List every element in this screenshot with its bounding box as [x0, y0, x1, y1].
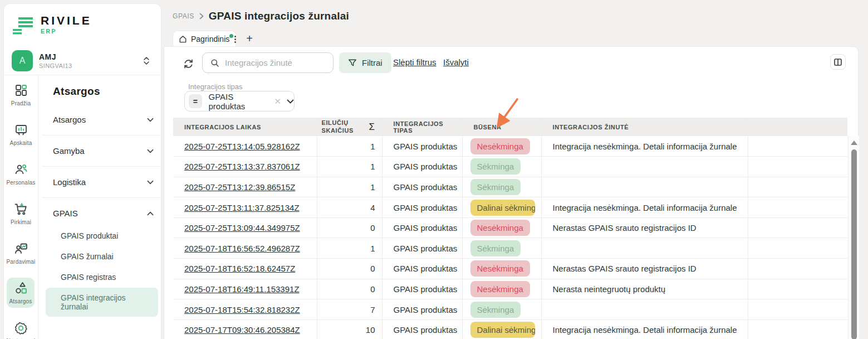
add-tab-button[interactable]: + [241, 31, 258, 47]
table-row: 2025-07-25T13:14:05.928162Z1GPAIS produk… [173, 136, 847, 157]
integration-time-link[interactable]: 2025-07-18T16:52:18.62457Z [184, 264, 295, 273]
brand-sub: ERP [41, 28, 92, 35]
integration-time-link[interactable]: 2025-07-25T13:12:39.86515Z [184, 182, 295, 192]
nav-rail: PradžiaApskaitaPersonalasPirkimaiPardavi… [4, 80, 38, 339]
menu-section-atsargos[interactable]: Atsargos [42, 108, 161, 132]
cart-icon [14, 202, 28, 216]
row-type-cell: GPAIS produktas [382, 217, 462, 238]
integration-time-link[interactable]: 2025-07-25T13:11:37.825134Z [184, 203, 300, 212]
row-extra-cell [748, 136, 847, 157]
chevron-updown-icon[interactable] [143, 56, 150, 66]
row-type-cell: GPAIS produktas [382, 279, 462, 299]
rail-item-atsargos[interactable]: Atsargos [7, 278, 35, 308]
row-extra-cell [748, 157, 847, 177]
menu-section-gpais[interactable]: GPAIS [42, 201, 161, 225]
breadcrumb: GPAIS GPAIS integracijos žurnalai [173, 10, 349, 22]
row-message-cell: Integracija nesėkminga. Detali informaci… [541, 197, 748, 218]
table-row: 2025-07-25T13:12:39.86515Z1GPAIS produkt… [173, 177, 847, 197]
scroll-up-arrow-icon[interactable] [851, 141, 857, 145]
row-message-cell: Nerasta neintegruotų produktų [541, 279, 748, 299]
table-scrollbar[interactable] [848, 136, 859, 339]
row-message-cell: Nerastas GPAIS srauto registracijos ID [541, 217, 748, 238]
rail-item-pirkimai[interactable]: Pirkimai [4, 198, 38, 229]
row-type-cell: GPAIS produktas [382, 299, 462, 320]
rivile-logo-icon [12, 15, 35, 35]
people-icon [14, 162, 28, 177]
integration-time-link[interactable]: 2025-07-25T13:14:05.928162Z [184, 142, 300, 151]
column-settings-button[interactable] [830, 54, 846, 70]
divider [42, 135, 161, 135]
clear-chip-icon[interactable]: ✕ [274, 96, 281, 106]
row-message-cell [541, 299, 748, 320]
row-extra-cell [748, 259, 847, 279]
clear-filters-link[interactable]: Išvalyti [443, 57, 469, 67]
col-header-type[interactable]: Integracijos tipas [382, 118, 462, 136]
row-type-cell: GPAIS produktas [382, 157, 462, 177]
refresh-icon[interactable] [181, 56, 195, 71]
user-switcher[interactable]: A AMJ SINGVAI13 [12, 49, 154, 73]
row-extra-cell [748, 319, 847, 339]
row-type-cell: GPAIS produktas [382, 197, 462, 218]
search-box [202, 52, 334, 73]
menu-item-gpais-produktai[interactable]: GPAIS produktai [46, 226, 158, 246]
tab-pagrindinis[interactable]: Pagrindinis [173, 31, 236, 47]
hide-filters-link[interactable]: Slėpti filtrus [393, 57, 437, 67]
row-count-cell: 1 [317, 157, 382, 177]
user-name: AMJ [39, 52, 143, 61]
col-header-message[interactable]: Integracijos žinutė [541, 118, 748, 136]
integration-type-select[interactable]: = GPAIS produktas ✕ [184, 91, 295, 112]
search-input[interactable] [225, 58, 325, 67]
page-title: GPAIS integracijos žurnalai [209, 10, 349, 22]
home-icon [179, 35, 187, 43]
col-header-status[interactable]: Būsena [462, 118, 541, 136]
integration-time-link[interactable]: 2025-07-18T16:49:11.153391Z [184, 284, 300, 294]
rail-item-label: Pirkimai [11, 219, 31, 225]
rail-item-pardavimai[interactable]: Pardavimai [4, 238, 38, 268]
col-header-time[interactable]: Integracijos laikas [173, 118, 317, 136]
rail-item-personalas[interactable]: Personalas [4, 159, 38, 189]
integration-time-link[interactable]: 2025-07-17T09:30:46.205384Z [184, 325, 300, 335]
filters-button[interactable]: Filtrai [339, 52, 391, 73]
integration-time-link[interactable]: 2025-07-25T13:13:37.837061Z [184, 162, 300, 171]
row-count-cell: 7 [317, 299, 382, 320]
status-badge: Dalinai sėkminga [470, 200, 535, 216]
divider [38, 75, 38, 339]
status-badge: Sėkminga [470, 240, 521, 256]
row-extra-cell [748, 177, 847, 197]
menu-item-gpais-integracijos-žurnalai[interactable]: GPAIS integracijos žurnalai [46, 288, 158, 317]
table-row: 2025-07-18T16:49:11.153391Z0GPAIS produk… [173, 279, 847, 299]
board-chart-icon [14, 123, 28, 137]
filters-button-label: Filtrai [362, 58, 382, 67]
chevron-down-icon [147, 118, 154, 122]
menu-section-label: Atsargos [53, 115, 86, 124]
status-badge: Nesėkminga [470, 220, 530, 236]
equals-operator-icon[interactable]: = [189, 94, 202, 108]
chevron-down-icon[interactable] [287, 99, 294, 104]
menu-section-label: Gamyba [53, 146, 85, 156]
filter-value: GPAIS produktas [209, 92, 269, 111]
table-header-row: Integracijos laikas Eilučių Skaičius Σ I… [173, 118, 847, 136]
menu-section-logistika[interactable]: Logistika [42, 170, 161, 194]
rail-item-pradžia[interactable]: Pradžia [4, 80, 38, 110]
integration-time-link[interactable]: 2025-07-18T15:54:32.818232Z [184, 305, 300, 314]
status-badge: Sėkminga [470, 158, 521, 175]
menu-section-gamyba[interactable]: Gamyba [42, 139, 161, 163]
menu-item-gpais-registras[interactable]: GPAIS registras [46, 267, 158, 287]
col-header-count[interactable]: Eilučių Skaičius Σ [317, 118, 382, 136]
scrollbar-thumb[interactable] [851, 149, 857, 339]
integration-time-link[interactable]: 2025-07-18T16:56:52.496287Z [184, 244, 300, 253]
breadcrumb-parent[interactable]: GPAIS [173, 12, 194, 20]
row-extra-cell [748, 238, 847, 259]
menu-section-label: GPAIS [53, 209, 78, 218]
row-message-cell [541, 238, 748, 259]
row-count-cell: 1 [317, 238, 382, 259]
sum-sigma-icon[interactable]: Σ [369, 122, 375, 133]
rail-item-apskaita[interactable]: Apskaita [4, 119, 38, 149]
dashboard-icon [14, 83, 28, 98]
integration-time-link[interactable]: 2025-07-25T13:09:44.349975Z [184, 223, 300, 233]
row-extra-cell [748, 217, 847, 238]
menu-item-gpais-žurnalai[interactable]: GPAIS žurnalai [46, 246, 158, 267]
table-row: 2025-07-18T15:54:32.818232Z7GPAIS produk… [173, 299, 847, 320]
row-count-cell: 0 [317, 259, 382, 279]
rail-item-nustatymai[interactable]: Nustatymai [4, 317, 38, 339]
